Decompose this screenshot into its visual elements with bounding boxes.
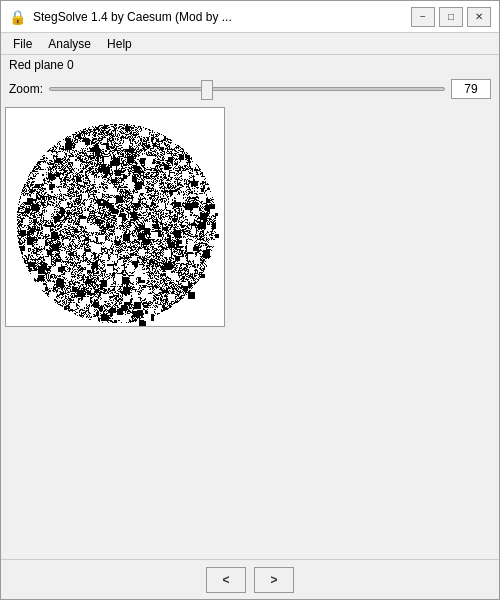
prev-button[interactable]: < (206, 567, 246, 593)
image-container (5, 107, 225, 327)
main-window: 🔒 StegSolve 1.4 by Caesum (Mod by ... − … (0, 0, 500, 600)
title-bar: 🔒 StegSolve 1.4 by Caesum (Mod by ... − … (1, 1, 499, 33)
stego-image (6, 108, 225, 327)
zoom-slider[interactable] (49, 79, 445, 99)
close-button[interactable]: ✕ (467, 7, 491, 27)
status-text: Red plane 0 (9, 58, 74, 72)
maximize-button[interactable]: □ (439, 7, 463, 27)
zoom-label: Zoom: (9, 82, 43, 96)
menu-analyse[interactable]: Analyse (40, 35, 99, 53)
minimize-button[interactable]: − (411, 7, 435, 27)
menu-help[interactable]: Help (99, 35, 140, 53)
status-bar: Red plane 0 (1, 55, 499, 75)
zoom-bar: Zoom: (1, 75, 499, 103)
zoom-value-input[interactable] (451, 79, 491, 99)
bottom-bar: < > (1, 559, 499, 599)
next-button[interactable]: > (254, 567, 294, 593)
app-icon: 🔒 (9, 9, 25, 25)
menu-file[interactable]: File (5, 35, 40, 53)
window-title: StegSolve 1.4 by Caesum (Mod by ... (33, 10, 403, 24)
menu-bar: File Analyse Help (1, 33, 499, 55)
window-controls: − □ ✕ (411, 7, 491, 27)
main-content (1, 103, 499, 559)
